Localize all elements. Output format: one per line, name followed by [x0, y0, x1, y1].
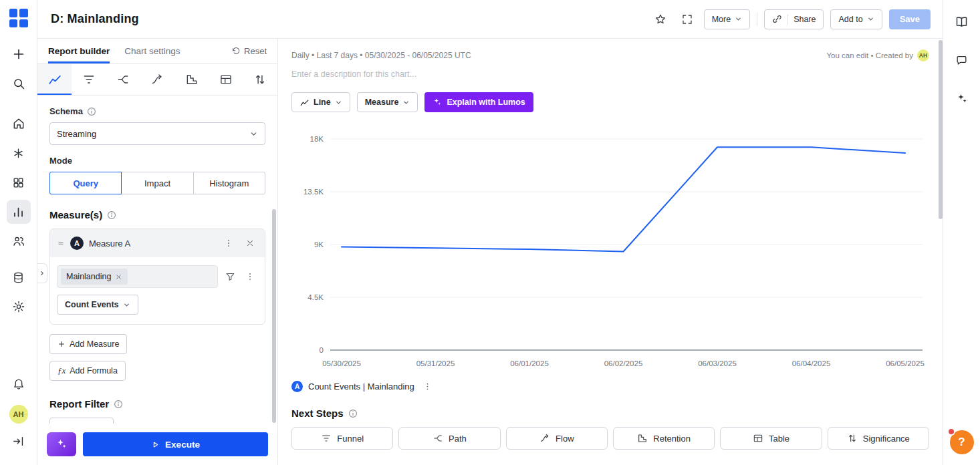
next-step-funnel-button[interactable]: Funnel — [291, 427, 393, 450]
mode-option-histogram[interactable]: Histogram — [193, 172, 265, 194]
tool-path[interactable] — [106, 64, 140, 95]
chevron-down-icon — [123, 301, 130, 309]
aggregation-select[interactable]: Count Events — [57, 295, 138, 315]
tool-funnel[interactable] — [72, 64, 106, 95]
measure-remove-button[interactable] — [242, 235, 258, 251]
fullscreen-button[interactable] — [677, 9, 697, 29]
mode-option-impact[interactable]: Impact — [121, 172, 193, 194]
tab-report-builder[interactable]: Report builder — [48, 39, 110, 63]
sidebar-item-dashboards[interactable] — [7, 170, 31, 194]
sidebar-item-explore[interactable] — [7, 141, 31, 165]
app-logo[interactable] — [9, 9, 28, 27]
y-tick-label: 9K — [314, 241, 324, 249]
app-header: D: Mainlanding More Share Add to S — [37, 0, 943, 39]
info-icon[interactable] — [87, 107, 96, 116]
measure-card-header: A Measure A — [50, 229, 265, 257]
more-button[interactable]: More — [704, 9, 750, 29]
description-placeholder[interactable]: Enter a description for this chart... — [291, 69, 929, 79]
measure-menu-button[interactable] — [221, 235, 237, 251]
panel-scrollbar[interactable] — [272, 209, 276, 423]
creator-avatar[interactable]: AH — [917, 49, 929, 61]
add-formula-button[interactable]: ƒx Add Formula — [49, 361, 126, 381]
event-menu-button[interactable] — [242, 269, 258, 285]
collapse-rail-button[interactable] — [7, 429, 31, 453]
x-tick-label: 06/05/2025 — [886, 359, 925, 367]
add-measure-button[interactable]: Add Measure — [49, 334, 127, 354]
sidebar-item-settings[interactable] — [7, 295, 31, 319]
sparkle-icon — [433, 98, 442, 107]
x-tick-label: 06/02/2025 — [604, 359, 643, 367]
chart-type-select[interactable]: Line — [291, 92, 350, 112]
next-step-significance-button[interactable]: Significance — [828, 427, 929, 450]
logo-square — [9, 19, 18, 28]
tool-significance[interactable] — [243, 64, 277, 95]
info-icon[interactable] — [107, 210, 116, 220]
create-button[interactable] — [7, 42, 31, 66]
next-step-flow-button[interactable]: Flow — [506, 427, 608, 450]
date-range-text[interactable]: Daily • Last 7 days • 05/30/2025 - 06/05… — [291, 51, 471, 60]
header-divider — [757, 13, 757, 26]
comments-button[interactable] — [950, 48, 974, 72]
reset-button[interactable]: Reset — [231, 39, 267, 63]
tool-retention[interactable] — [174, 64, 209, 95]
next-steps-buttons: Funnel Path Flow Retention — [291, 427, 929, 450]
chip-remove-icon[interactable] — [115, 273, 122, 281]
significance-icon — [847, 433, 858, 444]
sidebar-item-data[interactable] — [7, 265, 31, 289]
panel-collapse-button[interactable] — [37, 263, 47, 283]
main-scrollbar[interactable] — [939, 40, 943, 219]
share-divider — [787, 14, 788, 25]
kebab-icon — [245, 272, 255, 281]
gear-icon — [12, 300, 25, 313]
next-step-path-button[interactable]: Path — [398, 427, 500, 450]
measure-dropdown[interactable]: Measure — [357, 92, 418, 112]
lumos-panel-button[interactable] — [950, 87, 974, 111]
favorite-button[interactable] — [650, 9, 670, 29]
tool-line-chart[interactable] — [37, 64, 72, 95]
sidebar-item-analytics[interactable] — [7, 200, 31, 224]
explain-with-lumos-button[interactable]: Explain with Lumos — [424, 92, 533, 112]
sidebar-item-audiences[interactable] — [7, 229, 31, 253]
legend-menu-button[interactable] — [420, 378, 436, 394]
sidebar-item-home[interactable] — [7, 112, 31, 136]
notifications-button[interactable] — [7, 371, 31, 396]
drag-handle-icon[interactable] — [57, 239, 65, 247]
event-chip[interactable]: Mainlanding — [61, 269, 128, 285]
docs-button[interactable] — [950, 9, 974, 33]
table-icon — [219, 73, 233, 86]
legend-series-label[interactable]: Count Events | Mainlanding — [308, 381, 414, 392]
next-step-retention-button[interactable]: Retention — [613, 427, 715, 450]
add-to-button[interactable]: Add to — [830, 9, 882, 29]
schema-select[interactable]: Streaming — [49, 122, 265, 145]
add-filter-button[interactable]: Add Filter — [49, 418, 114, 424]
chart-meta-row: Daily • Last 7 days • 05/30/2025 - 06/05… — [291, 49, 929, 61]
next-step-table-button[interactable]: Table — [720, 427, 822, 450]
page-title: D: Mainlanding — [51, 12, 139, 26]
share-button[interactable]: Share — [764, 9, 824, 29]
info-icon[interactable] — [348, 409, 358, 418]
bell-icon — [12, 377, 25, 390]
chevron-down-icon — [867, 15, 874, 23]
schema-label-row: Schema — [49, 106, 265, 116]
search-button[interactable] — [7, 71, 31, 96]
event-filter-button[interactable] — [222, 269, 238, 285]
mode-option-query[interactable]: Query — [49, 172, 122, 194]
lumos-button[interactable] — [47, 432, 76, 456]
add-filter-label: Add Filter — [70, 423, 106, 424]
line-chart-icon — [299, 98, 310, 108]
tab-chart-settings[interactable]: Chart settings — [124, 39, 180, 63]
measures-heading-row: Measure(s) — [49, 209, 265, 220]
plus-icon — [57, 340, 66, 348]
asterisk-icon — [12, 147, 25, 160]
save-button[interactable]: Save — [889, 9, 931, 29]
chart-canvas: Daily • Last 7 days • 05/30/2025 - 06/05… — [278, 39, 943, 465]
tool-flow[interactable] — [140, 64, 174, 95]
chevron-down-icon — [735, 15, 742, 23]
line-chart-plot[interactable]: 04.5K9K13.5K18K05/30/202505/31/202506/01… — [291, 123, 929, 375]
user-avatar[interactable]: AH — [9, 405, 28, 424]
series-line[interactable] — [342, 147, 905, 251]
event-input[interactable]: Mainlanding — [57, 265, 218, 288]
tool-table[interactable] — [209, 64, 243, 95]
info-icon[interactable] — [114, 400, 123, 409]
execute-button[interactable]: Execute — [83, 432, 268, 456]
